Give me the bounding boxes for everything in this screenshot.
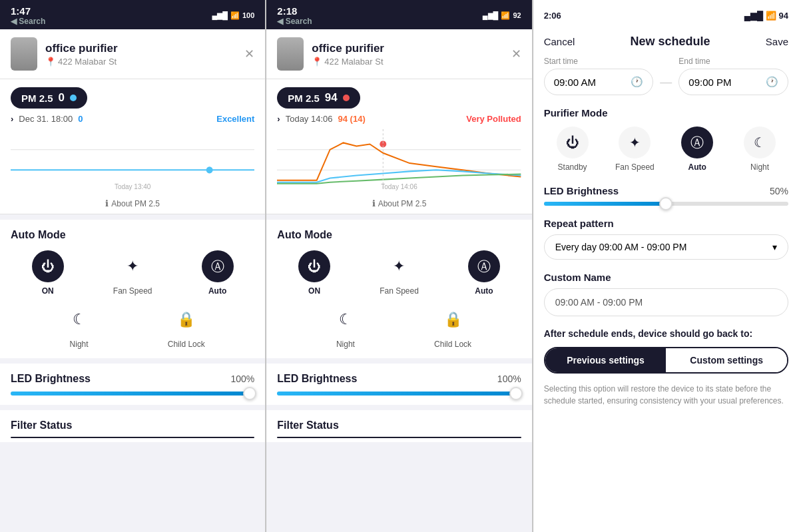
device-header-1: office purifier 📍 422 Malabar St ✕ bbox=[0, 29, 265, 79]
mode-label-fan-2: Fan Speed bbox=[380, 286, 419, 296]
start-time-input[interactable]: 09:00 AM 🕐 bbox=[544, 69, 654, 95]
purifier-mode-fanspeed[interactable]: ✦ Fan Speed bbox=[606, 127, 663, 172]
pm-value-2: 94 bbox=[325, 91, 338, 105]
after-schedule-label: After schedule ends, device should go ba… bbox=[544, 328, 788, 339]
reading-value-1: 0 bbox=[78, 114, 83, 124]
mode-item-on-1[interactable]: ⏻ ON bbox=[11, 250, 85, 296]
mode-item-childlock-1[interactable]: 🔒 Child Lock bbox=[138, 304, 234, 349]
mode-label-childlock-1: Child Lock bbox=[168, 340, 205, 349]
reading-value-2: 94 (14) bbox=[338, 114, 366, 124]
pm-label-1: PM 2.5 bbox=[21, 93, 53, 104]
close-button-1[interactable]: ✕ bbox=[244, 47, 254, 61]
chart-area-1: Today 13:40 bbox=[0, 127, 265, 193]
reading-date-1: Dec 31. 18:00 bbox=[19, 114, 73, 124]
close-button-2[interactable]: ✕ bbox=[511, 47, 521, 61]
led-slider-schedule[interactable] bbox=[544, 202, 788, 206]
about-row-2[interactable]: ℹ About PM 2.5 bbox=[266, 193, 531, 214]
back-search-1[interactable]: ◀ Search bbox=[11, 17, 45, 26]
mode-grid-1: ⏻ ON ✦ Fan Speed Ⓐ Auto bbox=[11, 250, 254, 296]
filter-title-1: Filter Status bbox=[11, 419, 254, 431]
start-time-value: 09:00 AM bbox=[554, 77, 596, 88]
repeat-value: Every day 09:00 AM - 09:00 PM bbox=[555, 242, 687, 252]
status-bar-2: 2:18 ◀ Search ▄▆█ 📶 92 bbox=[266, 0, 531, 29]
filter-section-1: Filter Status bbox=[0, 410, 265, 442]
auto-mode-title-1: Auto Mode bbox=[11, 229, 254, 241]
about-row-1[interactable]: ℹ About PM 2.5 bbox=[0, 193, 265, 214]
purifier-mode-auto[interactable]: Ⓐ Auto bbox=[668, 127, 726, 172]
mode-item-night-2[interactable]: ☾ Night bbox=[297, 304, 394, 349]
device-name-2: office purifier bbox=[312, 42, 521, 55]
end-time-group: End time 09:00 PM 🕐 bbox=[678, 57, 788, 95]
location-icon-1: 📍 bbox=[45, 57, 56, 67]
auto-mode-section-2: Auto Mode ⏻ ON ✦ Fan Speed Ⓐ Auto ☾ Nigh… bbox=[266, 220, 531, 358]
pm-section-1: PM 2.5 0 › Dec 31. 18:00 0 Excellent bbox=[0, 79, 265, 127]
filter-divider-1 bbox=[11, 437, 254, 438]
status-icons-2: ▄▆█ 📶 92 bbox=[483, 11, 521, 20]
info-icon-2: ℹ bbox=[372, 198, 376, 208]
slider-thumb-1[interactable] bbox=[243, 387, 256, 400]
screen2: 2:18 ◀ Search ▄▆█ 📶 92 office purifier 📍… bbox=[266, 0, 532, 532]
schedule-title: New schedule bbox=[631, 35, 710, 49]
auto-icon: Ⓐ bbox=[681, 127, 713, 158]
device-thumbnail-1 bbox=[11, 37, 37, 71]
slider-thumb-2[interactable] bbox=[509, 387, 523, 400]
brightness-value-schedule: 50% bbox=[770, 186, 788, 196]
back-search-2[interactable]: ◀ Search bbox=[277, 17, 312, 26]
signal-icon-1: ▄▆█ bbox=[212, 11, 228, 20]
reading-row-1: › Dec 31. 18:00 0 Excellent bbox=[11, 109, 254, 127]
mode-item-fan-2[interactable]: ✦ Fan Speed bbox=[362, 250, 436, 296]
mode-item-night-1[interactable]: ☾ Night bbox=[31, 304, 127, 349]
mode-item-auto-1[interactable]: Ⓐ Auto bbox=[180, 250, 254, 296]
reading-date-2: Today 14:06 bbox=[286, 114, 333, 124]
led-slider-2[interactable] bbox=[277, 392, 521, 396]
standby-label: Standby bbox=[558, 162, 587, 172]
mode-icon-night-2: ☾ bbox=[330, 304, 362, 336]
mode-item-fan-1[interactable]: ✦ Fan Speed bbox=[95, 250, 169, 296]
mode-item-childlock-2[interactable]: 🔒 Child Lock bbox=[404, 304, 501, 349]
pm-badge-1: PM 2.5 0 bbox=[11, 87, 87, 109]
device-location-1: 📍 422 Malabar St bbox=[45, 57, 254, 67]
slider-thumb-schedule[interactable] bbox=[659, 197, 672, 210]
slider-fill-2 bbox=[277, 392, 516, 396]
mode-label-night-2: Night bbox=[336, 340, 355, 349]
end-time-input[interactable]: 09:00 PM 🕐 bbox=[678, 69, 788, 95]
led-title-1: LED Brightness bbox=[11, 373, 91, 385]
custom-name-label: Custom Name bbox=[544, 272, 788, 283]
previous-settings-button[interactable]: Previous settings bbox=[545, 348, 666, 372]
schedule-wifi-icon: 📶 bbox=[766, 11, 776, 21]
night-icon: ☾ bbox=[744, 127, 776, 158]
mode-item-on-2[interactable]: ⏻ ON bbox=[277, 250, 351, 296]
schedule-signal-icon: ▄▆█ bbox=[744, 11, 763, 21]
led-slider-1[interactable] bbox=[11, 392, 254, 396]
chart-label-1: Today 13:40 bbox=[115, 183, 151, 190]
custom-name-input[interactable]: 09:00 AM - 09:00 PM bbox=[544, 288, 788, 316]
chevron-down-icon: ▾ bbox=[772, 242, 777, 252]
led-title-2: LED Brightness bbox=[277, 373, 357, 385]
filter-section-2: Filter Status bbox=[266, 410, 531, 442]
chevron-icon-1: › bbox=[11, 114, 13, 124]
led-section-2: LED Brightness 100% bbox=[266, 364, 531, 405]
after-schedule-toggle: Previous settings Custom settings bbox=[544, 347, 788, 374]
cancel-button[interactable]: Cancel bbox=[544, 36, 575, 47]
pm-badge-2: PM 2.5 94 bbox=[277, 87, 360, 109]
end-time-label: End time bbox=[678, 57, 788, 66]
auto-mode-section-1: Auto Mode ⏻ ON ✦ Fan Speed Ⓐ Auto ☾ Nigh… bbox=[0, 220, 265, 358]
clock-icon-end: 🕐 bbox=[766, 76, 778, 88]
led-pct-2: 100% bbox=[497, 374, 521, 384]
purifier-mode-standby[interactable]: ⏻ Standby bbox=[544, 127, 601, 172]
pm-dot-2 bbox=[343, 95, 350, 101]
mode-item-auto-2[interactable]: Ⓐ Auto bbox=[447, 250, 521, 296]
mode-icon-childlock-1: 🔒 bbox=[170, 304, 202, 336]
svg-point-2 bbox=[206, 166, 213, 173]
repeat-dropdown[interactable]: Every day 09:00 AM - 09:00 PM ▾ bbox=[544, 234, 788, 260]
schedule-description: Selecting this option will restore the d… bbox=[544, 380, 788, 417]
device-name-1: office purifier bbox=[45, 42, 254, 55]
purifier-mode-night[interactable]: ☾ Night bbox=[731, 127, 788, 172]
mode-icon-auto-2: Ⓐ bbox=[468, 250, 500, 282]
device-header-2: office purifier 📍 422 Malabar St ✕ bbox=[266, 29, 531, 79]
save-button[interactable]: Save bbox=[766, 36, 788, 47]
battery-icon-2: 92 bbox=[513, 11, 521, 19]
custom-settings-button[interactable]: Custom settings bbox=[666, 348, 787, 372]
fanspeed-label: Fan Speed bbox=[615, 162, 655, 172]
reading-status-1: Excellent bbox=[216, 114, 254, 124]
